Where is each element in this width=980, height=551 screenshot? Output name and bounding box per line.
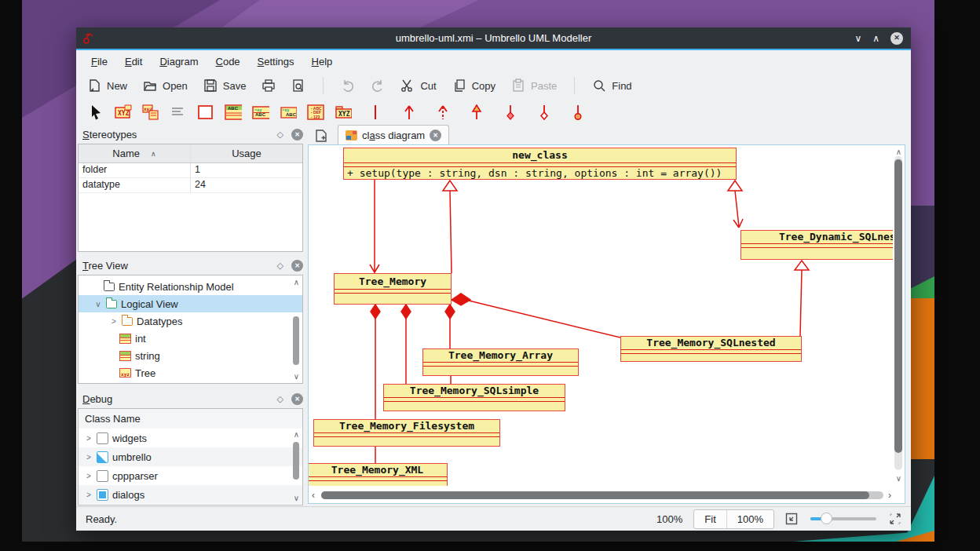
uml-class-new-class[interactable]: new_class + setup(type : string, dsn : s… (343, 148, 737, 180)
zoom-100-button[interactable]: 100% (727, 510, 773, 528)
scroll-left-icon[interactable]: ‹ (312, 490, 315, 501)
chevron-right-icon[interactable]: > (85, 472, 93, 480)
close-button[interactable]: ✕ (890, 32, 903, 45)
scroll-up-icon[interactable]: ∧ (294, 279, 299, 286)
tree-item-int[interactable]: int (79, 330, 302, 347)
float-dock-icon[interactable]: ◇ (277, 261, 283, 271)
new-tab-button[interactable] (311, 126, 331, 144)
fit-button[interactable]: Fit (694, 510, 726, 528)
new-button[interactable]: New (87, 78, 127, 93)
uml-class-tree-dynamic-sqlnested[interactable]: Tree_Dynamic_SQLnested (740, 230, 893, 260)
print-preview-button[interactable] (291, 78, 305, 93)
column-header-usage[interactable]: Usage (191, 144, 302, 162)
enum-tool[interactable]: - ABC- DEF- 123 (307, 104, 324, 121)
chevron-down-icon[interactable]: ∨ (94, 300, 102, 308)
composition-tool[interactable] (502, 104, 519, 121)
scroll-down-icon[interactable]: ∨ (294, 494, 299, 502)
dependency-tool[interactable] (434, 104, 452, 121)
scroll-up-icon[interactable]: ∧ (294, 431, 299, 439)
cut-button[interactable]: Cut (400, 78, 436, 93)
class-tool[interactable]: XYZ (115, 104, 132, 121)
treeview-scrollbar-thumb[interactable] (293, 316, 299, 365)
checkbox-unchecked[interactable] (97, 470, 108, 482)
box-tool[interactable] (197, 104, 214, 121)
generalization-tool[interactable] (468, 104, 485, 121)
uml-class-tree-memory-array[interactable]: Tree_Memory_Array (422, 348, 579, 376)
tab-close-icon[interactable]: ✕ (430, 130, 441, 141)
debug-dock-header[interactable]: Debug ◇ ✕ (78, 389, 308, 408)
chevron-right-icon[interactable]: > (110, 317, 118, 326)
menu-file[interactable]: File (82, 53, 116, 71)
uml-class-tree-memory-filesystem[interactable]: Tree_Memory_Filesystem (313, 419, 500, 447)
float-dock-icon[interactable]: ◇ (277, 394, 283, 404)
class-alt-tool[interactable]: ABC (225, 104, 242, 121)
open-button[interactable]: Open (143, 78, 188, 93)
checkbox-unchecked[interactable] (97, 432, 108, 444)
scroll-down-icon[interactable]: ∨ (896, 475, 901, 483)
checkbox-checked[interactable] (97, 489, 108, 501)
maximize-button[interactable]: ∧ (872, 34, 879, 43)
float-dock-icon[interactable]: ◇ (277, 130, 283, 140)
tree-item-string[interactable]: string (79, 347, 302, 364)
object-tool[interactable]: xyz (142, 104, 159, 121)
stereotype-row[interactable]: folder 1 (79, 163, 302, 178)
aggregation-tool[interactable] (536, 104, 553, 121)
column-header-name[interactable]: Name ∧ (79, 144, 191, 162)
datatype-tool[interactable]: =xyABC (280, 104, 297, 121)
interface-tool[interactable]: =xyABC (252, 104, 269, 121)
close-dock-icon[interactable]: ✕ (291, 260, 303, 272)
tree-item-datatypes[interactable]: > Datatypes (79, 312, 302, 330)
canvas-vscrollbar[interactable]: ∧ ∨ (894, 148, 903, 483)
copy-button[interactable]: Copy (452, 78, 495, 93)
undo-button[interactable] (341, 78, 355, 93)
chevron-right-icon[interactable]: > (85, 434, 93, 443)
chevron-right-icon[interactable]: > (85, 453, 93, 462)
tab-class-diagram[interactable]: class diagram ✕ (338, 125, 449, 144)
tree-item-logical-view[interactable]: ∨ Logical View (79, 295, 302, 312)
menu-help[interactable]: Help (303, 53, 342, 71)
uni-association-tool[interactable] (400, 104, 418, 121)
paste-button[interactable]: Paste (511, 78, 557, 93)
debug-item-umbrello[interactable]: > umbrello (79, 447, 302, 466)
save-button[interactable]: Save (203, 78, 247, 93)
uml-class-tree-memory[interactable]: Tree_Memory (334, 273, 452, 305)
redo-button[interactable] (371, 78, 385, 93)
debug-scrollbar-thumb[interactable] (293, 442, 299, 480)
uml-class-tree-memory-xml[interactable]: Tree_Memory_XML (309, 463, 448, 486)
treeview-dock-header[interactable]: Tree View ◇ ✕ (78, 256, 308, 275)
uml-class-tree-memory-sqlsimple[interactable]: Tree_Memory_SQLsimple (383, 384, 565, 411)
diagram-canvas[interactable]: new_class + setup(type : string, dsn : s… (309, 145, 893, 486)
menu-code[interactable]: Code (207, 53, 249, 71)
note-tool[interactable] (170, 104, 187, 121)
select-tool[interactable] (87, 104, 104, 121)
uml-class-tree-memory-sqlnested[interactable]: Tree_Memory_SQLnested (620, 336, 802, 362)
tree-item-entity-relationship-model[interactable]: Entity Relationship Model (79, 278, 302, 295)
close-dock-icon[interactable]: ✕ (291, 129, 303, 140)
menu-edit[interactable]: Edit (116, 53, 151, 71)
scroll-up-icon[interactable]: ∧ (896, 148, 901, 156)
close-dock-icon[interactable]: ✕ (291, 393, 303, 405)
debug-item-cppparser[interactable]: > cppparser (79, 466, 302, 485)
find-button[interactable]: Find (592, 78, 631, 93)
tree-item-tree[interactable]: xyz Tree (79, 364, 302, 381)
checkbox-partial[interactable] (97, 451, 108, 463)
package-tool[interactable]: XYZ (335, 104, 352, 121)
canvas-hscrollbar-thumb[interactable] (321, 491, 869, 499)
debug-item-widgets[interactable]: > widgets (79, 429, 302, 447)
menu-diagram[interactable]: Diagram (151, 53, 207, 71)
zoom-slider[interactable] (810, 513, 876, 525)
canvas-hscrollbar[interactable]: ‹ › (312, 488, 891, 502)
expand-view-icon[interactable] (889, 513, 901, 525)
stereotypes-dock-header[interactable]: Stereotypes ◇ ✕ (78, 125, 308, 144)
print-button[interactable] (261, 78, 276, 93)
menu-settings[interactable]: Settings (249, 53, 303, 71)
scroll-right-icon[interactable]: › (888, 490, 891, 501)
fit-page-icon[interactable] (785, 513, 798, 525)
titlebar[interactable]: umbrello-uml.xmi – Umbrello UML Modeller… (76, 27, 911, 49)
containment-tool[interactable] (569, 104, 587, 121)
chevron-right-icon[interactable]: > (85, 491, 93, 499)
zoom-slider-knob[interactable] (821, 513, 832, 524)
canvas-vscrollbar-thumb[interactable] (894, 159, 902, 453)
stereotype-row[interactable]: datatype 24 (79, 178, 302, 193)
minimize-button[interactable]: ∨ (854, 34, 861, 43)
